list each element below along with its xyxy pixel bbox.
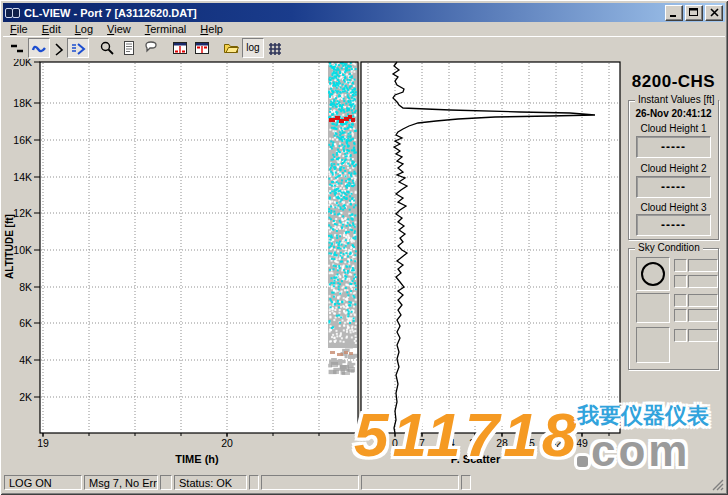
status-cell	[461, 475, 471, 490]
sky-field	[688, 309, 718, 322]
svg-text:20: 20	[221, 437, 233, 449]
open-file-button[interactable]	[220, 38, 242, 58]
svg-text:14: 14	[443, 437, 455, 449]
menu-file[interactable]: File	[3, 22, 35, 36]
cloud-height-3-label: Cloud Height 3	[629, 202, 718, 213]
sky-field	[688, 259, 718, 272]
cloud-height-3-value: -----	[636, 214, 711, 236]
minimize-icon	[669, 8, 679, 17]
status-ok: Status: OK	[174, 475, 247, 490]
sky-field	[674, 329, 687, 342]
status-cell	[361, 475, 459, 490]
menu-help[interactable]: Help	[193, 22, 230, 36]
sky-field	[688, 275, 718, 288]
wave-chevron-icon	[70, 40, 86, 56]
graph-window-b-button[interactable]	[191, 38, 213, 58]
document-icon	[121, 40, 137, 56]
status-cell	[473, 475, 725, 490]
svg-text:14K: 14K	[13, 171, 32, 183]
toolbar-separator	[162, 38, 169, 58]
instant-values-group: Instant Values [ft] 26-Nov 20:41:12 Clou…	[628, 100, 719, 240]
maximize-icon	[689, 8, 699, 17]
svg-text:28: 28	[496, 437, 508, 449]
svg-text:20K: 20K	[13, 58, 32, 68]
instant-values-label: Instant Values [ft]	[635, 94, 718, 105]
app-icon	[5, 6, 20, 19]
message-button[interactable]	[140, 38, 162, 58]
sky-field	[688, 329, 718, 342]
close-button[interactable]	[705, 5, 723, 21]
sky-field	[674, 309, 687, 322]
status-log-state: LOG ON	[4, 475, 82, 490]
svg-text:21: 21	[469, 437, 481, 449]
svg-text:16K: 16K	[13, 134, 32, 146]
zoom-button[interactable]	[96, 38, 118, 58]
minimize-button[interactable]	[665, 5, 683, 21]
sky-field	[688, 294, 718, 307]
plots-svg: 20K18K16K14K12K10K8K6K4K2K19200714212835…	[3, 58, 725, 473]
title-bar[interactable]: CL-VIEW - Port 7 [A3112620.DAT]	[3, 3, 725, 22]
toolbar-separator	[89, 38, 96, 58]
scatter-axis-title: P. Scatter	[451, 453, 501, 465]
menu-view[interactable]: View	[100, 22, 138, 36]
status-cell	[249, 475, 259, 490]
sky-symbol-box-1	[636, 257, 670, 291]
menu-terminal[interactable]: Terminal	[138, 22, 194, 36]
svg-text:7: 7	[419, 437, 425, 449]
log-toggle-button[interactable]: log	[242, 38, 264, 58]
graph-window-red-bottom-icon	[172, 40, 188, 56]
close-icon	[710, 8, 719, 17]
magnifier-icon	[99, 40, 115, 56]
svg-text:49: 49	[576, 437, 588, 449]
grid-toggle-button[interactable]	[264, 38, 286, 58]
svg-text:2K: 2K	[19, 391, 32, 403]
signal-step-button[interactable]	[6, 38, 28, 58]
grid-icon	[267, 40, 283, 56]
svg-text:19: 19	[37, 437, 49, 449]
speech-bubble-icon	[143, 40, 159, 56]
toolbar-separator	[213, 38, 220, 58]
resize-grip[interactable]	[711, 478, 724, 491]
chevron-button[interactable]	[50, 38, 67, 58]
status-cell	[160, 475, 172, 490]
sky-field	[674, 294, 687, 307]
sky-condition-group: Sky Condition	[628, 248, 719, 370]
status-message: Msg 7, No Errors	[84, 475, 158, 490]
menu-edit[interactable]: Edit	[35, 22, 68, 36]
chevron-right-icon	[52, 40, 66, 56]
timestamp: 26-Nov 20:41:12	[629, 108, 718, 119]
window-title: CL-VIEW - Port 7 [A3112620.DAT]	[24, 7, 665, 19]
instrument-panel: 8200-CHS Instant Values [ft] 26-Nov 20:4…	[622, 58, 725, 473]
graph-window-a-button[interactable]	[169, 38, 191, 58]
log-button-label: log	[246, 43, 259, 53]
signal-step-icon	[9, 40, 25, 56]
sky-field	[674, 259, 687, 272]
status-cell	[261, 475, 359, 490]
svg-text:42: 42	[550, 437, 562, 449]
wave-view-button[interactable]	[28, 38, 50, 58]
app-window: CL-VIEW - Port 7 [A3112620.DAT] File Edi…	[0, 0, 728, 495]
svg-text:10K: 10K	[13, 244, 32, 256]
menu-log[interactable]: Log	[68, 22, 100, 36]
clear-sky-symbol-icon	[639, 260, 667, 288]
sky-symbol-box-2	[636, 293, 670, 323]
cloud-height-2-label: Cloud Height 2	[629, 163, 718, 174]
altitude-axis-title: ALTITUDE [ft]	[4, 214, 15, 279]
toolbar: log	[3, 36, 725, 59]
device-title: 8200-CHS	[622, 72, 725, 92]
svg-text:4K: 4K	[19, 354, 32, 366]
graph-window-red-top-icon	[194, 40, 210, 56]
wave-icon	[31, 40, 47, 56]
svg-text:6K: 6K	[19, 317, 32, 329]
svg-text:12K: 12K	[13, 207, 32, 219]
status-bar: LOG ON Msg 7, No Errors Status: OK	[3, 473, 725, 492]
cloud-height-1-value: -----	[636, 136, 711, 158]
menu-bar: File Edit Log View Terminal Help	[3, 22, 725, 36]
svg-text:18K: 18K	[13, 97, 32, 109]
report-button[interactable]	[118, 38, 140, 58]
svg-text:8K: 8K	[19, 281, 32, 293]
time-axis-title: TIME (h)	[175, 453, 219, 465]
svg-text:35: 35	[523, 437, 535, 449]
wave-chevron-button[interactable]	[67, 38, 89, 58]
maximize-button[interactable]	[685, 5, 703, 21]
